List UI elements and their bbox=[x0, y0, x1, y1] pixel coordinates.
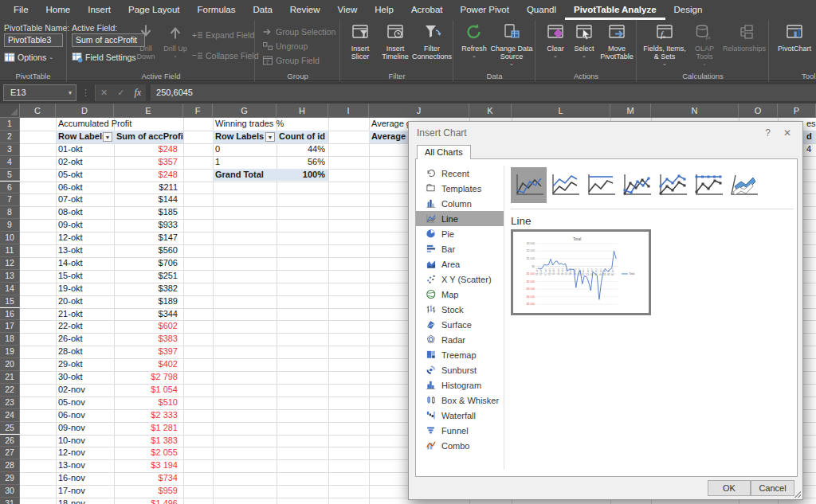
value-cell[interactable]: $402 bbox=[114, 358, 181, 371]
value-cell[interactable]: $397 bbox=[114, 346, 181, 358]
date-cell[interactable]: 02-nov bbox=[56, 384, 112, 397]
date-cell[interactable]: 10-nov bbox=[56, 435, 112, 447]
date-cell[interactable]: 17-nov bbox=[56, 485, 112, 498]
value-cell[interactable]: $185 bbox=[114, 206, 181, 219]
grand-total-label[interactable]: Grand Total bbox=[213, 169, 275, 182]
olap-tools-button[interactable]: fx OLAP Tools⌄ bbox=[688, 21, 720, 77]
column-header-G[interactable]: G bbox=[213, 104, 277, 118]
dialog-resize-grip[interactable] bbox=[794, 491, 801, 498]
date-cell[interactable]: 19-okt bbox=[56, 283, 112, 295]
field-settings-button[interactable]: Field Settings bbox=[72, 52, 136, 63]
row-header-21[interactable]: 21 bbox=[0, 371, 20, 384]
chart-category-stock[interactable]: Stock bbox=[416, 302, 504, 317]
value-cell[interactable]: $1 496 bbox=[114, 498, 181, 504]
value-cell[interactable]: $2 798 bbox=[114, 371, 181, 384]
change-data-source-button[interactable]: Change Data Source⌄ bbox=[489, 21, 534, 77]
winning-row-value[interactable]: 56% bbox=[277, 156, 328, 169]
value-cell[interactable]: $248 bbox=[114, 143, 181, 156]
subtype-3d-line[interactable] bbox=[726, 167, 762, 203]
row-header-14[interactable]: 14 bbox=[0, 283, 20, 295]
column-header-N[interactable]: N bbox=[651, 104, 739, 118]
edge-fragment[interactable]: d bbox=[804, 131, 816, 143]
chart-category-funnel[interactable]: Funnel bbox=[416, 423, 504, 438]
winning-trades-title[interactable]: Winning trades % bbox=[213, 118, 332, 131]
drill-down-button[interactable]: Drill Down bbox=[131, 21, 160, 77]
value-cell[interactable]: $2 055 bbox=[114, 447, 181, 459]
select-all-corner[interactable] bbox=[0, 104, 20, 118]
date-cell[interactable]: 01-okt bbox=[56, 143, 112, 156]
row-header-26[interactable]: 26 bbox=[0, 435, 20, 447]
chart-category-line[interactable]: Line bbox=[416, 211, 504, 226]
move-pivottable-button[interactable]: Move PivotTable bbox=[598, 21, 635, 77]
column-header-F[interactable]: F bbox=[183, 104, 213, 118]
date-cell[interactable]: 26-okt bbox=[56, 333, 112, 346]
fields-items-sets-button[interactable]: fx Fields, Items, & Sets⌄ bbox=[641, 21, 688, 77]
date-cell[interactable]: 09-nov bbox=[56, 422, 112, 435]
date-cell[interactable]: 22-okt bbox=[56, 320, 112, 333]
collapse-field-button[interactable]: − Collapse Field bbox=[192, 50, 259, 61]
value-cell[interactable]: $251 bbox=[114, 270, 181, 283]
chart-category-templates[interactable]: Templates bbox=[416, 181, 504, 196]
row-header-28[interactable]: 28 bbox=[0, 459, 20, 472]
chart-category-treemap[interactable]: Treemap bbox=[416, 347, 504, 362]
subtype-stacked-line-with-markers[interactable] bbox=[654, 167, 690, 203]
group-field-button[interactable]: 7 Group Field bbox=[262, 55, 320, 66]
insert-slicer-button[interactable]: Insert Slicer bbox=[343, 21, 378, 77]
select-button[interactable]: Select⌄ bbox=[570, 21, 598, 77]
ribbon-tab-page-layout[interactable]: Page Layout bbox=[120, 0, 189, 20]
column-header-J[interactable]: J bbox=[369, 104, 469, 118]
ribbon-tab-home[interactable]: Home bbox=[37, 0, 80, 20]
ribbon-tab-quandl[interactable]: Quandl bbox=[518, 0, 565, 20]
accumulated-profit-title[interactable]: Accumulated Profit bbox=[56, 118, 183, 131]
count-of-id-header[interactable]: Count of id bbox=[277, 131, 328, 143]
name-box-dropdown-icon[interactable]: ▾ bbox=[69, 85, 72, 101]
row-header-24[interactable]: 24 bbox=[0, 409, 20, 422]
row-header-1[interactable]: 1 bbox=[0, 118, 20, 131]
formula-input[interactable]: 250,6045 bbox=[151, 84, 816, 101]
filter-dropdown-icon[interactable]: ▼ bbox=[265, 132, 275, 142]
column-header-E[interactable]: E bbox=[114, 104, 183, 118]
column-header-P[interactable]: P bbox=[778, 104, 816, 118]
column-header-M[interactable]: M bbox=[610, 104, 651, 118]
chart-category-histogram[interactable]: Histogram bbox=[416, 377, 504, 393]
winning-row-label[interactable]: 0 bbox=[213, 143, 275, 156]
ungroup-button[interactable]: Ungroup bbox=[262, 41, 308, 52]
row-header-29[interactable]: 29 bbox=[0, 472, 20, 485]
row-header-8[interactable]: 8 bbox=[0, 206, 20, 219]
subtype-line-with-markers[interactable] bbox=[618, 167, 654, 203]
column-header-L[interactable]: L bbox=[512, 104, 610, 118]
chart-category-waterfall[interactable]: Waterfall bbox=[416, 408, 504, 423]
name-box[interactable]: E13 ▾ bbox=[3, 84, 76, 101]
date-cell[interactable]: 20-okt bbox=[56, 295, 112, 308]
row-header-18[interactable]: 18 bbox=[0, 333, 20, 346]
value-cell[interactable]: $734 bbox=[114, 472, 181, 485]
chart-category-bar[interactable]: Bar bbox=[416, 241, 504, 256]
value-cell[interactable]: $147 bbox=[114, 232, 181, 244]
row-header-9[interactable]: 9 bbox=[0, 219, 20, 232]
date-cell[interactable]: 12-okt bbox=[56, 232, 112, 244]
value-cell[interactable]: $248 bbox=[114, 169, 181, 182]
column-header-O[interactable]: O bbox=[739, 104, 778, 118]
date-cell[interactable]: 05-nov bbox=[56, 397, 112, 409]
ribbon-tab-review[interactable]: Review bbox=[281, 0, 329, 20]
ribbon-tab-data[interactable]: Data bbox=[245, 0, 281, 20]
column-header-I[interactable]: I bbox=[328, 104, 369, 118]
drill-up-button[interactable]: Drill Up⌄ bbox=[162, 21, 189, 77]
ribbon-tab-insert[interactable]: Insert bbox=[79, 0, 120, 20]
sum-accprofit-header[interactable]: Sum of accProfit bbox=[114, 131, 183, 143]
grand-total-value[interactable]: 100% bbox=[277, 169, 328, 182]
row-header-17[interactable]: 17 bbox=[0, 320, 20, 333]
value-cell[interactable]: $510 bbox=[114, 397, 181, 409]
date-cell[interactable]: 15-okt bbox=[56, 270, 112, 283]
date-cell[interactable]: 13-okt bbox=[56, 244, 112, 257]
ribbon-tab-design[interactable]: Design bbox=[665, 0, 712, 20]
row-header-7[interactable]: 7 bbox=[0, 193, 20, 206]
date-cell[interactable]: 14-okt bbox=[56, 257, 112, 270]
date-cell[interactable]: 02-okt bbox=[56, 156, 112, 169]
date-cell[interactable]: 06-nov bbox=[56, 409, 112, 422]
value-cell[interactable]: $357 bbox=[114, 156, 181, 169]
date-cell[interactable]: 07-okt bbox=[56, 193, 112, 206]
ribbon-tab-pivottable-analyze[interactable]: PivotTable Analyze bbox=[565, 0, 665, 20]
column-header-H[interactable]: H bbox=[277, 104, 328, 118]
row-header-22[interactable]: 22 bbox=[0, 384, 20, 397]
